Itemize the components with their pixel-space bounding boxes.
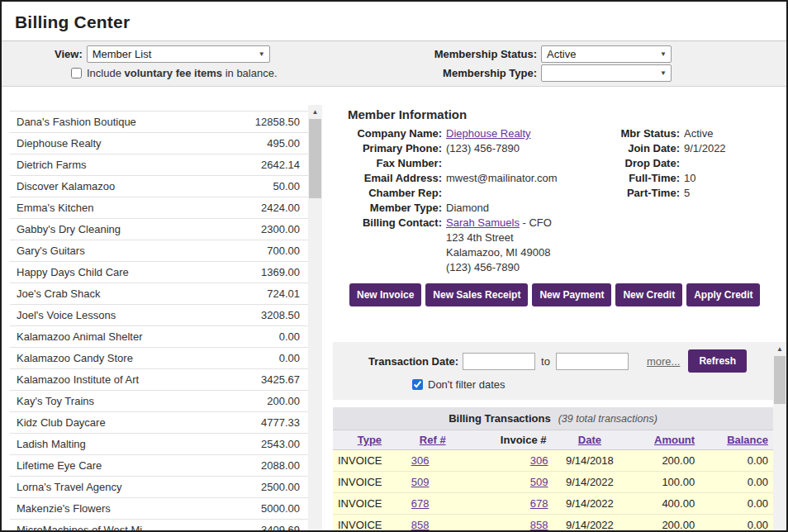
member-list-row[interactable]: Emma's Kitchen2424.00 <box>10 197 308 219</box>
scroll-up-arrow-icon[interactable]: ▲ <box>308 105 322 118</box>
member-list-row[interactable]: Dana's Fashion Boutique12858.50 <box>10 112 308 133</box>
member-name: Joel's Voice Lessons <box>17 309 116 321</box>
transactions-scrollbar[interactable]: ▲ <box>773 342 786 532</box>
more-link[interactable]: more... <box>647 355 680 368</box>
view-select-value: Member List <box>93 48 152 60</box>
member-list-row[interactable]: Dietrich Farms2642.14 <box>10 154 308 176</box>
member-list-row[interactable]: MicroMachines of West Mi3409.69 <box>10 520 308 532</box>
email-address-label: Email Address: <box>349 171 442 186</box>
membership-status-label: Membership Status: <box>372 48 537 60</box>
transaction-invoice-link[interactable]: 306 <box>530 454 548 467</box>
include-voluntary-checkbox[interactable] <box>71 68 82 78</box>
member-balance: 4777.33 <box>261 416 300 429</box>
member-name: Dana's Fashion Boutique <box>17 116 136 128</box>
filter-bar: View: Member List ▼ Membership Status: A… <box>2 40 786 87</box>
scrollbar-thumb[interactable] <box>309 119 321 198</box>
company-name-link[interactable]: Diephouse Realty <box>446 127 531 140</box>
transaction-row: INVOICE3063069/14/2018200.000.00 <box>333 450 773 472</box>
new-sales-receipt-button[interactable]: New Sales Receipt <box>425 283 528 306</box>
member-list-row[interactable]: Joel's Voice Lessons3208.50 <box>10 305 308 326</box>
member-balance: 2424.00 <box>261 202 300 214</box>
column-type-link[interactable]: Type <box>358 434 382 446</box>
transaction-date: 9/14/2022 <box>553 472 626 493</box>
membership-type-select[interactable]: ▼ <box>541 64 672 82</box>
transaction-invoice-link[interactable]: 678 <box>530 497 548 510</box>
member-balance: 700.00 <box>267 245 300 257</box>
transaction-ref-link[interactable]: 306 <box>411 454 430 467</box>
member-type-label: Member Type: <box>349 201 442 216</box>
dont-filter-checkbox[interactable] <box>412 379 423 390</box>
refresh-button[interactable]: Refresh <box>688 349 747 373</box>
member-list-row[interactable]: Gary's Guitars700.00 <box>10 240 308 262</box>
transaction-ref-link[interactable]: 858 <box>411 519 430 531</box>
member-list-row[interactable]: Kay's Toy Trains200.00 <box>10 391 308 412</box>
main-content: Dana's Fashion Boutique12858.50Diephouse… <box>2 87 786 532</box>
company-name-label: Company Name: <box>349 126 442 141</box>
column-amount-link[interactable]: Amount <box>654 434 695 446</box>
column-ref-link[interactable]: Ref # <box>420 434 446 446</box>
transaction-date-to-input[interactable] <box>556 353 629 370</box>
member-list-row[interactable]: Kalamazoo Institute of Art3425.67 <box>10 369 308 391</box>
member-list-row[interactable]: Happy Days Child Care1369.00 <box>10 262 308 283</box>
member-balance: 0.00 <box>279 330 300 343</box>
scroll-up-arrow-icon[interactable]: ▲ <box>773 342 786 355</box>
membership-status-value: Active <box>547 48 576 60</box>
transaction-type: INVOICE <box>333 450 406 472</box>
scrollbar-thumb[interactable] <box>774 356 786 404</box>
column-balance-link[interactable]: Balance <box>727 434 768 446</box>
member-list-row[interactable]: Diephouse Realty495.00 <box>10 133 308 154</box>
transaction-amount: 400.00 <box>626 493 700 515</box>
member-list-row[interactable]: Kidz Club Daycare4777.33 <box>10 412 308 434</box>
billing-address-line2: Kalamazoo, MI 49008 <box>446 245 550 260</box>
transaction-ref-cell: 678 <box>406 493 480 515</box>
member-list-row[interactable]: Lifetime Eye Care2088.00 <box>10 455 308 477</box>
transaction-date-label: Transaction Date: <box>368 355 458 368</box>
member-list-row[interactable]: Kalamazoo Animal Shelter0.00 <box>10 326 308 348</box>
billing-contact-phone: (123) 456-7890 <box>446 260 520 275</box>
member-name: Kalamazoo Animal Shelter <box>17 330 142 343</box>
billing-address-line1: 123 4th Street <box>446 230 514 245</box>
member-balance: 200.00 <box>267 395 300 407</box>
membership-status-select[interactable]: Active ▼ <box>541 45 672 63</box>
mbr-status-label: Mbr Status: <box>614 126 680 141</box>
transaction-balance: 0.00 <box>700 472 773 493</box>
member-balance: 495.00 <box>267 137 300 150</box>
mbr-status-value: Active <box>684 126 713 141</box>
member-balance: 2300.00 <box>261 223 300 235</box>
member-name: Kalamazoo Institute of Art <box>17 373 139 386</box>
member-list-row[interactable]: Makenzie's Flowers5000.00 <box>10 498 308 520</box>
transaction-amount: 100.00 <box>626 472 700 493</box>
member-balance: 50.00 <box>273 180 300 192</box>
billing-contact-link[interactable]: Sarah Samuels <box>446 216 520 229</box>
transaction-ref-link[interactable]: 678 <box>411 497 430 510</box>
member-list-row[interactable]: Kalamazoo Candy Store0.00 <box>10 348 308 369</box>
member-list-scrollbar[interactable]: ▲ <box>308 105 322 532</box>
transaction-invoice-link[interactable]: 509 <box>530 476 548 488</box>
transaction-invoice-link[interactable]: 858 <box>530 519 548 531</box>
transaction-ref-link[interactable]: 509 <box>411 476 430 488</box>
member-info-grid: Company Name:Diephouse Realty Primary Ph… <box>333 126 786 275</box>
billing-transactions-table: Billing Transactions(39 total transactio… <box>333 407 773 532</box>
member-name: Gary's Guitars <box>17 245 85 257</box>
new-payment-button[interactable]: New Payment <box>532 283 611 306</box>
chamber-rep-label: Chamber Rep: <box>349 186 442 201</box>
member-list-row[interactable]: Ladish Malting2543.00 <box>10 434 308 455</box>
transaction-date-from-input[interactable] <box>463 353 535 370</box>
view-select[interactable]: Member List ▼ <box>87 45 270 63</box>
apply-credit-button[interactable]: Apply Credit <box>686 283 760 306</box>
new-invoice-button[interactable]: New Invoice <box>349 283 421 306</box>
to-label: to <box>541 355 550 368</box>
new-credit-button[interactable]: New Credit <box>615 283 682 306</box>
column-date-link[interactable]: Date <box>578 434 601 446</box>
member-list-row[interactable]: Gabby's Dry Cleaning2300.00 <box>10 219 308 240</box>
part-time-label: Part-Time: <box>614 186 680 201</box>
member-list-row[interactable]: Lorna's Travel Agency2500.00 <box>10 477 308 498</box>
member-list-row[interactable]: Discover Kalamazoo50.00 <box>10 176 308 197</box>
billing-center-window: Billing Center View: Member List ▼ Membe… <box>0 0 788 532</box>
transactions-table-title: Billing Transactions <box>449 412 551 425</box>
primary-phone-label: Primary Phone: <box>349 141 442 156</box>
member-balance: 2543.00 <box>261 438 300 450</box>
member-list-row[interactable]: Joe's Crab Shack724.01 <box>10 283 308 305</box>
page-header: Billing Center <box>2 2 786 40</box>
member-name: Happy Days Child Care <box>17 266 129 278</box>
